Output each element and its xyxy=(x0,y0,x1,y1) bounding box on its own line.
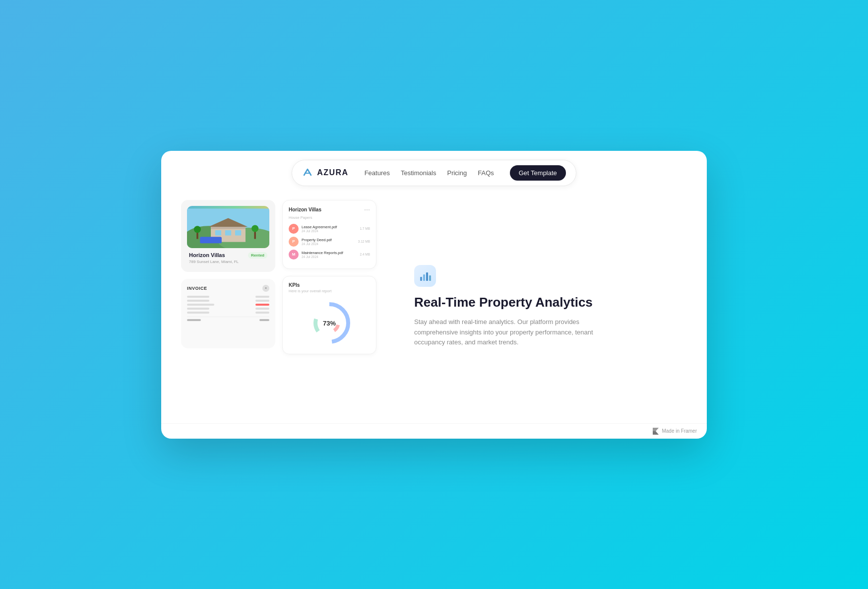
file-item-1: P Lease Agreement.pdf 24 Jul 2024 1.7 MB xyxy=(289,224,370,234)
property-image-svg xyxy=(187,206,269,248)
property-image xyxy=(187,206,269,248)
files-menu-icon[interactable]: ⋯ xyxy=(364,206,370,213)
property-info: Horizon Villas Rented 789 Sunset Lane, M… xyxy=(187,248,269,266)
kpi-chart-area: 73% xyxy=(289,298,370,348)
file-info-2: Property Deed.pdf 24 Jul 2024 xyxy=(302,238,355,246)
invoice-card: INVOICE × xyxy=(181,279,275,348)
right-column: Horizon Villas ⋯ House Papers P Lease Ag… xyxy=(282,200,376,413)
file-size-2: 3.12 MB xyxy=(358,240,370,243)
file-date-2: 24 Jul 2024 xyxy=(302,242,355,246)
svg-rect-6 xyxy=(215,230,221,235)
left-column: Horizon Villas Rented 789 Sunset Lane, M… xyxy=(181,200,275,413)
ui-cards-section: Horizon Villas Rented 789 Sunset Lane, M… xyxy=(181,200,389,413)
invoice-lines xyxy=(187,296,269,314)
nav-testimonials[interactable]: Testimonials xyxy=(401,169,436,177)
chart-bar-icon xyxy=(419,270,431,282)
file-item-2: P Property Deed.pdf 24 Jul 2024 3.12 MB xyxy=(289,237,370,247)
donut-chart: 73% xyxy=(307,301,352,345)
files-header: Horizon Villas ⋯ xyxy=(289,206,370,213)
svg-rect-9 xyxy=(200,237,222,243)
svg-rect-19 xyxy=(426,272,428,281)
file-name-1: Lease Agreement.pdf xyxy=(302,225,357,229)
file-icon-2: P xyxy=(289,237,299,247)
invoice-line-4 xyxy=(187,308,269,310)
kpi-card: KPIs Here is your overall report xyxy=(282,276,376,354)
content-area: Horizon Villas Rented 789 Sunset Lane, M… xyxy=(161,195,707,423)
svg-rect-7 xyxy=(225,230,231,235)
file-name-2: Property Deed.pdf xyxy=(302,238,355,242)
svg-point-13 xyxy=(251,225,258,232)
svg-rect-17 xyxy=(420,277,422,281)
file-date-1: 24 Jul 2024 xyxy=(302,229,357,233)
logo-text: AZURA xyxy=(317,168,349,177)
file-size-3: 2.4 MB xyxy=(360,253,370,256)
file-name-3: Maintenance Reports.pdf xyxy=(302,251,357,255)
svg-point-11 xyxy=(194,226,201,233)
invoice-title: INVOICE xyxy=(187,286,207,291)
file-icon-3: M xyxy=(289,250,299,260)
feature-section: Real-Time Property Analytics Stay ahead … xyxy=(399,200,687,413)
footer-area: Made in Framer xyxy=(161,423,707,439)
main-card: AZURA Features Testimonials Pricing FAQs… xyxy=(161,151,707,439)
nav-inner: AZURA Features Testimonials Pricing FAQs… xyxy=(292,160,576,186)
nav-features[interactable]: Features xyxy=(365,169,390,177)
navbar: AZURA Features Testimonials Pricing FAQs… xyxy=(161,151,707,195)
nav-faqs[interactable]: FAQs xyxy=(478,169,494,177)
files-card: Horizon Villas ⋯ House Papers P Lease Ag… xyxy=(282,200,376,269)
invoice-total xyxy=(187,317,269,321)
file-info-1: Lease Agreement.pdf 24 Jul 2024 xyxy=(302,225,357,233)
logo-area: AZURA xyxy=(302,167,349,178)
nav-links: Features Testimonials Pricing FAQs xyxy=(365,169,494,177)
rented-badge: Rented xyxy=(248,252,267,259)
svg-rect-4 xyxy=(211,227,246,229)
made-in-framer-text: Made in Framer xyxy=(662,428,697,434)
kpi-subtitle: Here is your overall report xyxy=(289,289,370,293)
file-item-3: M Maintenance Reports.pdf 24 Jul 2024 2.… xyxy=(289,250,370,260)
feature-icon-wrapper xyxy=(414,265,436,287)
framer-icon xyxy=(653,428,659,435)
files-subtitle: House Papers xyxy=(289,215,370,220)
feature-title: Real-Time Property Analytics xyxy=(414,295,613,310)
invoice-line-2 xyxy=(187,300,269,302)
property-name: Horizon Villas Rented xyxy=(189,252,267,259)
file-info-3: Maintenance Reports.pdf 24 Jul 2024 xyxy=(302,251,357,259)
file-icon-1: P xyxy=(289,224,299,234)
feature-description: Stay ahead with real-time analytics. Our… xyxy=(414,317,603,348)
invoice-line-5 xyxy=(187,312,269,314)
svg-rect-8 xyxy=(235,230,241,235)
svg-rect-18 xyxy=(423,274,425,281)
invoice-header: INVOICE × xyxy=(187,285,269,292)
kpi-title: KPIs xyxy=(289,282,370,288)
property-card: Horizon Villas Rented 789 Sunset Lane, M… xyxy=(181,200,275,272)
get-template-button[interactable]: Get Template xyxy=(510,165,566,181)
azura-logo-icon xyxy=(302,167,313,178)
file-date-3: 24 Jul 2024 xyxy=(302,255,357,259)
invoice-line-1 xyxy=(187,296,269,298)
invoice-line-3 xyxy=(187,304,269,306)
file-size-1: 1.7 MB xyxy=(360,227,370,230)
svg-rect-20 xyxy=(429,275,431,281)
donut-label: 73% xyxy=(323,319,336,327)
made-in-framer: Made in Framer xyxy=(653,428,697,435)
invoice-close-icon: × xyxy=(262,285,269,292)
files-title: Horizon Villas xyxy=(289,207,321,212)
nav-pricing[interactable]: Pricing xyxy=(447,169,467,177)
property-address: 789 Sunset Lane, Miami, FL xyxy=(189,260,267,264)
